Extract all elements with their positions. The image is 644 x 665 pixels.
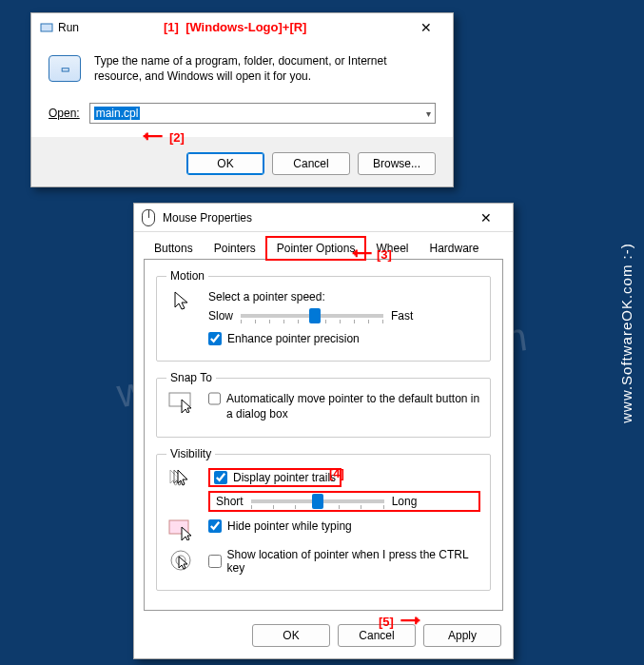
- side-credit: www.SoftwareOK.com :-): [618, 243, 634, 423]
- ok-button[interactable]: OK: [186, 152, 264, 175]
- open-label: Open:: [49, 107, 80, 120]
- visibility-legend: Visibility: [166, 447, 215, 460]
- enhance-precision-checkbox[interactable]: [208, 332, 222, 345]
- ctrl-locate-label: Show location of pointer when I press th…: [227, 548, 480, 575]
- snapto-icon: [166, 392, 197, 413]
- enhance-precision-label: Enhance pointer precision: [227, 332, 360, 345]
- select-speed-label: Select a pointer speed:: [208, 290, 480, 303]
- tab-body: Motion Select a pointer speed: Slow Fast: [144, 259, 503, 611]
- open-value: main.cpl: [94, 107, 141, 120]
- run-folder-icon: ▭: [49, 55, 81, 82]
- snapto-checkbox[interactable]: [208, 392, 221, 405]
- mouse-properties-dialog: Mouse Properties ✕ Buttons Pointers Poin…: [133, 203, 514, 659]
- annotation-2: ⭠ [2]: [143, 130, 185, 145]
- svg-marker-11: [179, 557, 187, 569]
- chevron-down-icon[interactable]: ▾: [426, 108, 431, 119]
- run-app-icon: [39, 20, 54, 35]
- tab-hardware[interactable]: Hardware: [419, 237, 489, 260]
- close-icon[interactable]: ✕: [407, 20, 445, 35]
- hide-typing-checkbox[interactable]: [208, 519, 222, 533]
- apply-button[interactable]: Apply: [423, 624, 501, 647]
- trails-icon: [166, 468, 197, 491]
- long-label: Long: [392, 495, 418, 508]
- snapto-legend: Snap To: [166, 371, 216, 384]
- snapto-group: Snap To Automatically move pointer to th…: [156, 371, 491, 438]
- mouse-titlebar[interactable]: Mouse Properties ✕: [134, 204, 513, 232]
- slow-label: Slow: [208, 309, 233, 323]
- trails-label: Display pointer trails: [233, 471, 336, 484]
- run-description: Type the name of a program, folder, docu…: [94, 53, 436, 84]
- svg-rect-0: [41, 24, 52, 31]
- tab-pointers[interactable]: Pointers: [204, 237, 266, 260]
- trails-slider[interactable]: [251, 499, 384, 503]
- open-combobox[interactable]: main.cpl ▾: [89, 103, 436, 124]
- annotation-3: ⭠ [3]: [352, 247, 392, 262]
- annotation-1: [1] [Windows-Logo]+[R]: [164, 20, 306, 34]
- browse-button[interactable]: Browse...: [358, 152, 436, 175]
- ctrl-locate-icon: [166, 548, 197, 573]
- motion-group: Motion Select a pointer speed: Slow Fast: [156, 269, 491, 362]
- mouse-title: Mouse Properties: [159, 211, 467, 225]
- mouse-icon: [142, 209, 155, 226]
- run-dialog: Run ✕ ▭ Type the name of a program, fold…: [30, 12, 454, 187]
- cursor-icon: [166, 290, 197, 313]
- motion-legend: Motion: [166, 269, 208, 283]
- snapto-label: Automatically move pointer to the defaul…: [226, 392, 480, 421]
- visibility-group: Visibility Display pointer trails: [156, 447, 491, 591]
- trails-checkbox[interactable]: [214, 471, 227, 484]
- hide-typing-icon: [166, 519, 197, 540]
- ok-button[interactable]: OK: [252, 624, 330, 647]
- annotation-4: [4]: [329, 466, 344, 480]
- tab-pointer-options[interactable]: Pointer Options: [266, 237, 366, 260]
- hide-typing-label: Hide pointer while typing: [227, 519, 352, 533]
- cancel-button[interactable]: Cancel: [272, 152, 350, 175]
- svg-marker-1: [175, 292, 187, 309]
- ctrl-locate-checkbox[interactable]: [208, 555, 222, 568]
- tab-buttons[interactable]: Buttons: [144, 237, 204, 260]
- annotation-5: [5] ⭠: [379, 615, 420, 629]
- fast-label: Fast: [391, 309, 413, 323]
- speed-slider[interactable]: [241, 314, 383, 318]
- tabs: Buttons Pointers Pointer Options Wheel H…: [134, 232, 513, 259]
- short-label: Short: [216, 495, 244, 508]
- close-icon[interactable]: ✕: [467, 210, 505, 225]
